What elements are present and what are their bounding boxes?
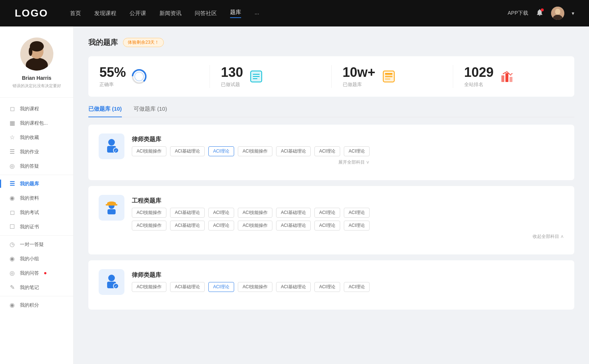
avatar-chevron[interactable]: ▾	[572, 10, 574, 16]
tag-1-2[interactable]: ACI基础理论	[170, 146, 205, 156]
tag-2-4[interactable]: ACI技能操作	[238, 208, 272, 218]
tag-3-6[interactable]: ACI理论	[314, 282, 340, 292]
svg-marker-26	[511, 73, 513, 75]
qbank-card-header-2: 工程类题库 ACI技能操作 ACI基础理论 ACI理论 ACI技能操作 ACI基…	[99, 195, 564, 240]
svg-rect-21	[385, 76, 392, 77]
qbank-title-3: 律师类题库 ACI技能操作 ACI基础理论 ACI理论 ACI技能操作 ACI基…	[132, 269, 370, 292]
svg-point-3	[555, 9, 560, 15]
sidebar: Brian Harris 错误的决定比没有决定要好 ◻ 我的课程 ▦ 我的课程包…	[0, 26, 74, 364]
nav-open-course[interactable]: 公开课	[130, 10, 146, 17]
qbank-tags-2-row2: ACI技能操作 ACI基础理论 ACI理论 ACI技能操作 ACI基础理论 AC…	[132, 221, 564, 231]
qbank-card-header-3: ✓ 律师类题库 ACI技能操作 ACI基础理论 ACI理论 ACI技能操作 AC…	[99, 269, 564, 295]
qbank-title-1: 律师类题库 ACI技能操作 ACI基础理论 ACI理论 ACI技能操作 ACI基…	[132, 133, 370, 165]
sidebar-item-certificate[interactable]: ☐ 我的证书	[0, 220, 73, 234]
nav-home[interactable]: 首页	[70, 10, 81, 17]
tag-2-9[interactable]: ACI基础理论	[170, 221, 205, 231]
stat-ranking: 1029 全站排名	[453, 65, 574, 88]
sidebar-item-profile[interactable]: ◉ 我的资料	[0, 191, 73, 205]
qbank-tags-3: ACI技能操作 ACI基础理论 ACI理论 ACI技能操作 ACI基础理论 AC…	[132, 282, 370, 292]
avatar[interactable]	[551, 7, 564, 20]
tag-3-4[interactable]: ACI技能操作	[238, 282, 272, 292]
sidebar-item-points[interactable]: ◉ 我的积分	[0, 298, 73, 312]
sidebar-item-1on1[interactable]: ◷ 一对一答疑	[0, 237, 73, 251]
app-download-button[interactable]: APP下载	[508, 10, 528, 17]
tag-3-3[interactable]: ACI理论	[208, 282, 234, 292]
stat-done-questions-icon	[248, 68, 264, 85]
sidebar-item-course-package[interactable]: ▦ 我的课程包...	[0, 116, 73, 130]
favorites-icon: ☆	[9, 134, 15, 141]
qbank-card-engineer: 工程类题库 ACI技能操作 ACI基础理论 ACI理论 ACI技能操作 ACI基…	[88, 186, 574, 254]
qbank-card-lawyer-1: ✓ 律师类题库 ACI技能操作 ACI基础理论 ACI理论 ACI技能操作 AC…	[88, 125, 574, 180]
svg-text:✓: ✓	[114, 285, 117, 288]
notification-bell[interactable]	[536, 8, 544, 18]
qbank-tags-2-row1: ACI技能操作 ACI基础理论 ACI理论 ACI技能操作 ACI基础理论 AC…	[132, 208, 564, 218]
tag-3-1[interactable]: ACI技能操作	[132, 282, 166, 292]
tag-3-5[interactable]: ACI基础理论	[276, 282, 311, 292]
points-icon: ◉	[9, 301, 15, 308]
tag-2-2[interactable]: ACI基础理论	[170, 208, 205, 218]
main-content: 我的题库 体验剩余23天！ 55% 正确率	[74, 26, 589, 364]
profile-icon: ◉	[9, 195, 15, 201]
sidebar-item-exam[interactable]: ◻ 我的考试	[0, 205, 73, 220]
collapse-link-2[interactable]: 收起全部科目 ∧	[132, 233, 564, 240]
sidebar-profile: Brian Harris 错误的决定比没有决定要好	[0, 38, 73, 98]
tag-2-13[interactable]: ACI理论	[314, 221, 340, 231]
page-title: 我的题库	[88, 38, 118, 47]
tag-3-7[interactable]: ACI理论	[344, 282, 370, 292]
nav-more[interactable]: ···	[254, 10, 259, 17]
tag-1-7[interactable]: ACI理论	[344, 146, 370, 156]
sidebar-item-notes[interactable]: ✎ 我的笔记	[0, 280, 73, 295]
svg-rect-22	[385, 78, 390, 80]
stat-done-banks: 10w+ 已做题库	[332, 65, 453, 88]
nav-links: 首页 发现课程 公开课 新闻资讯 问答社区 题库 ···	[70, 9, 508, 18]
qbank-tags-1: ACI技能操作 ACI基础理论 ACI理论 ACI技能操作 ACI基础理论 AC…	[132, 146, 370, 156]
tag-1-3[interactable]: ACI理论	[208, 146, 234, 156]
qbank-engineer-icon	[99, 195, 124, 221]
tag-2-12[interactable]: ACI基础理论	[276, 221, 311, 231]
stat-done-banks-value: 10w+	[343, 65, 375, 80]
tag-2-14[interactable]: ACI理论	[344, 221, 370, 231]
nav-discover[interactable]: 发现课程	[94, 10, 116, 17]
expand-link-1[interactable]: 展开全部科目 ∨	[132, 159, 370, 165]
svg-point-9	[29, 47, 32, 56]
nav-qbank[interactable]: 题库	[230, 9, 241, 18]
profile-motto: 错误的决定比没有决定要好	[13, 83, 61, 89]
tag-2-3[interactable]: ACI理论	[208, 208, 234, 218]
sidebar-item-group[interactable]: ◉ 我的小组	[0, 251, 73, 266]
tag-2-7[interactable]: ACI理论	[344, 208, 370, 218]
sidebar-item-qbank[interactable]: ☰ 我的题库	[0, 176, 73, 191]
sidebar-divider-2	[0, 235, 73, 236]
tag-2-6[interactable]: ACI理论	[314, 208, 340, 218]
sidebar-item-qa[interactable]: ◎ 我的答疑	[0, 159, 73, 173]
tag-3-2[interactable]: ACI基础理论	[170, 282, 205, 292]
svg-rect-35	[107, 209, 116, 214]
tab-available[interactable]: 可做题库 (10)	[134, 106, 167, 117]
nav-news[interactable]: 新闻资讯	[159, 10, 181, 17]
sidebar-item-courses[interactable]: ◻ 我的课程	[0, 101, 73, 116]
tag-2-10[interactable]: ACI理论	[208, 221, 234, 231]
tag-1-5[interactable]: ACI基础理论	[276, 146, 311, 156]
tag-1-1[interactable]: ACI技能操作	[132, 146, 166, 156]
stat-accuracy-text: 55% 正确率	[99, 65, 126, 88]
notes-icon: ✎	[9, 284, 15, 291]
svg-point-36	[108, 275, 115, 281]
tag-2-11[interactable]: ACI技能操作	[238, 221, 272, 231]
sidebar-item-favorites[interactable]: ☆ 我的收藏	[0, 130, 73, 144]
tag-2-8[interactable]: ACI技能操作	[132, 221, 166, 231]
stat-ranking-text: 1029 全站排名	[464, 65, 494, 88]
sidebar-item-homework[interactable]: ☰ 我的作业	[0, 144, 73, 159]
notification-dot	[541, 8, 544, 11]
sidebar-item-myqa[interactable]: ◎ 我的问答	[0, 266, 73, 280]
qa-icon: ◎	[9, 163, 15, 169]
group-icon: ◉	[9, 255, 15, 262]
nav-qa[interactable]: 问答社区	[195, 10, 217, 17]
tag-1-6[interactable]: ACI理论	[314, 146, 340, 156]
tag-2-1[interactable]: ACI技能操作	[132, 208, 166, 218]
qbank-card-header-1: ✓ 律师类题库 ACI技能操作 ACI基础理论 ACI理论 ACI技能操作 AC…	[99, 133, 564, 165]
tag-2-5[interactable]: ACI基础理论	[276, 208, 311, 218]
navbar: LOGO 首页 发现课程 公开课 新闻资讯 问答社区 题库 ··· APP下载	[0, 0, 589, 26]
tab-done[interactable]: 已做题库 (10)	[88, 106, 122, 117]
tag-1-4[interactable]: ACI技能操作	[238, 146, 272, 156]
profile-name: Brian Harris	[22, 75, 51, 81]
stat-done-questions-text: 130 已做试题	[221, 65, 243, 88]
